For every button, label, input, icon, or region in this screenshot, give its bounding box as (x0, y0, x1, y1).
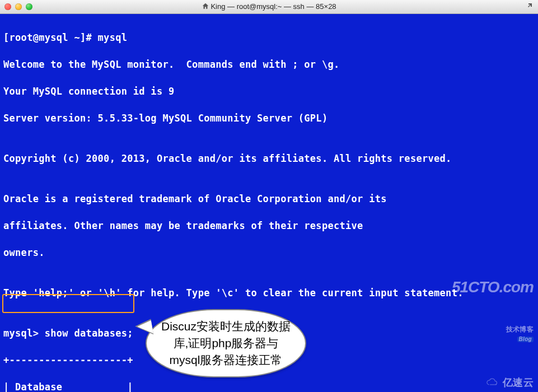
terminal-line: Welcome to the MySQL monitor. Commands e… (3, 58, 535, 71)
expand-icon[interactable] (527, 1, 535, 9)
terminal-line: Server version: 5.5.33-log MySQL Communi… (3, 111, 535, 125)
minimize-window-button[interactable] (15, 3, 22, 10)
window-title-text: King — root@mysql:~ — ssh — 85×28 (210, 2, 336, 11)
window-title: King — root@mysql:~ — ssh — 85×28 (0, 2, 538, 12)
terminal-line: | Database | (3, 380, 535, 392)
watermark-yisu-text: 亿速云 (503, 376, 534, 389)
terminal-line: affiliates. Other names may be trademark… (3, 219, 535, 232)
traffic-lights (0, 3, 32, 10)
terminal[interactable]: [root@mysql ~]# mysql Welcome to the MyS… (0, 14, 538, 392)
close-window-button[interactable] (4, 3, 11, 10)
watermark-51cto-main: 51CTO.com (452, 279, 534, 295)
terminal-line: owners. (3, 246, 535, 259)
watermark-51cto-tag: Blog (517, 337, 534, 342)
zoom-window-button[interactable] (26, 3, 32, 10)
cloud-icon (485, 377, 499, 388)
terminal-line: [root@mysql ~]# mysql (3, 31, 535, 44)
watermark-51cto-sub: 技术博客 (506, 325, 534, 333)
window-titlebar: King — root@mysql:~ — ssh — 85×28 (0, 0, 538, 14)
terminal-line: Oracle is a registered trademark of Orac… (3, 192, 535, 206)
terminal-line: Copyright (c) 2000, 2013, Oracle and/or … (3, 152, 535, 165)
watermark-yisu: 亿速云 (485, 376, 534, 389)
terminal-line: Your MySQL connection id is 9 (3, 85, 535, 98)
watermark-51cto: 51CTO.com 技术博客 Blog (452, 260, 534, 371)
home-icon (202, 2, 209, 12)
window-right-controls (527, 1, 535, 9)
